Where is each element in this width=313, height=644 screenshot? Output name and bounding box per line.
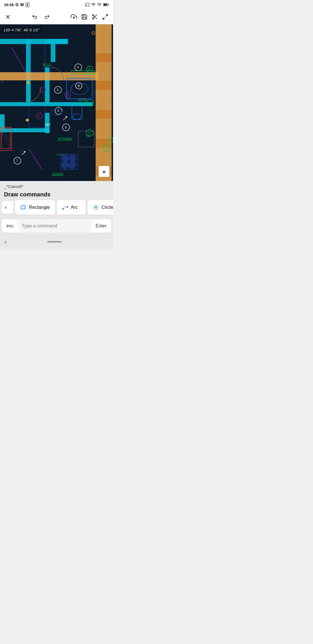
svg-rect-2 [103, 4, 107, 6]
close-button[interactable] [5, 14, 11, 20]
toolbar [0, 9, 113, 24]
svg-text:D: D [88, 132, 90, 135]
upload-button[interactable] [71, 14, 77, 20]
arc-icon [62, 204, 68, 211]
signal-icon [97, 2, 102, 7]
command-buttons-row: e Rectangle Arc [0, 200, 113, 218]
arc-command-button[interactable]: Arc [57, 200, 86, 215]
command-input[interactable] [18, 219, 91, 233]
svg-rect-1 [108, 4, 109, 5]
svg-text:4: 4 [38, 114, 40, 118]
svg-rect-18 [51, 39, 55, 62]
rectangle-command-button[interactable]: Rectangle [15, 200, 55, 215]
svg-line-10 [94, 16, 95, 17]
home-indicator [47, 241, 62, 243]
cast-icon [85, 2, 90, 7]
circle-label: Circle [101, 205, 113, 210]
cad-canvas[interactable]: 139'-4 7/8", 48'-5 1/2" W.I.C. MSTR BATH [0, 24, 113, 181]
svg-text:BATH: BATH [78, 102, 86, 106]
back-button[interactable]: ‹ [5, 238, 7, 245]
time: 10:26 [4, 3, 14, 7]
coordinate-display: 139'-4 7/8", 48'-5 1/2" [2, 27, 41, 33]
enter-button[interactable]: Enter [91, 219, 111, 233]
svg-rect-30 [0, 72, 99, 80]
g-icon: G [15, 2, 19, 7]
svg-text:6: 6 [57, 109, 59, 113]
svg-rect-21 [0, 114, 5, 129]
svg-text:B: B [88, 68, 90, 71]
svg-point-103 [63, 209, 64, 210]
svg-text:8: 8 [65, 126, 67, 129]
partial-label: e [5, 205, 7, 210]
svg-rect-24 [96, 24, 112, 181]
input-bar: esc Enter [0, 218, 113, 236]
circle-command-button[interactable]: Circle [88, 200, 113, 215]
svg-point-73 [62, 155, 69, 162]
z-icon: Z [26, 2, 30, 7]
expand-button[interactable] [102, 14, 108, 20]
save-button[interactable] [81, 14, 88, 20]
svg-text:7: 7 [16, 159, 18, 162]
svg-point-7 [92, 17, 94, 19]
svg-point-84 [26, 119, 29, 122]
rectangle-icon [20, 204, 27, 211]
svg-text:E: E [105, 147, 107, 150]
svg-point-74 [69, 155, 76, 162]
status-right [85, 2, 109, 7]
status-left: 10:26 G M Z [4, 2, 30, 7]
svg-text:DINING: DINING [52, 172, 63, 176]
svg-point-6 [92, 14, 94, 16]
circle-icon [93, 204, 99, 211]
arc-label: Arc [71, 205, 78, 210]
svg-line-9 [95, 17, 97, 19]
rectangle-label: Rectangle [29, 205, 50, 210]
svg-text:C: C [88, 102, 90, 104]
svg-rect-26 [96, 81, 112, 90]
mail-icon: M [20, 2, 24, 7]
svg-rect-25 [96, 53, 112, 62]
svg-point-83 [26, 81, 29, 84]
bottom-panel: _*Cancel* Draw commands e Rectangle [0, 181, 113, 236]
scroll-left-indicator[interactable]: e [2, 201, 13, 214]
svg-rect-28 [96, 139, 112, 148]
svg-text:5: 5 [57, 88, 59, 92]
svg-text:B: B [78, 84, 80, 88]
wifi-icon [91, 2, 96, 7]
svg-text:KITCHEN: KITCHEN [58, 137, 72, 140]
svg-text:W.I.C.: W.I.C. [43, 63, 52, 66]
svg-point-75 [62, 162, 69, 169]
svg-rect-17 [26, 39, 31, 103]
cad-drawing: W.I.C. MSTR BATH KITCHEN LAUN. DINING DW… [0, 24, 113, 181]
svg-text:MSTR: MSTR [78, 99, 86, 102]
svg-point-102 [67, 206, 68, 207]
battery-icon [103, 3, 109, 7]
status-bar: 10:26 G M Z [0, 0, 113, 9]
svg-rect-16 [45, 39, 68, 44]
home-bar: ‹ [0, 236, 113, 249]
svg-text:3: 3 [67, 93, 68, 97]
cancel-bar: _*Cancel* [0, 181, 113, 190]
svg-text:REF: REF [45, 123, 51, 126]
svg-point-105 [95, 207, 97, 208]
cancel-text: _*Cancel* [4, 184, 23, 189]
draw-commands-label: Draw commands [0, 190, 113, 200]
svg-point-76 [69, 162, 76, 169]
scissors-button[interactable] [92, 14, 98, 20]
redo-button[interactable] [43, 14, 50, 20]
svg-rect-27 [96, 110, 112, 119]
svg-text:2: 2 [42, 88, 43, 91]
svg-text:4: 4 [77, 66, 79, 69]
svg-text:1–1/2: 1–1/2 [1, 76, 3, 82]
esc-button[interactable]: esc [2, 219, 18, 233]
undo-button[interactable] [32, 14, 38, 20]
svg-rect-100 [21, 206, 25, 209]
scroll-up-button[interactable] [99, 166, 110, 177]
